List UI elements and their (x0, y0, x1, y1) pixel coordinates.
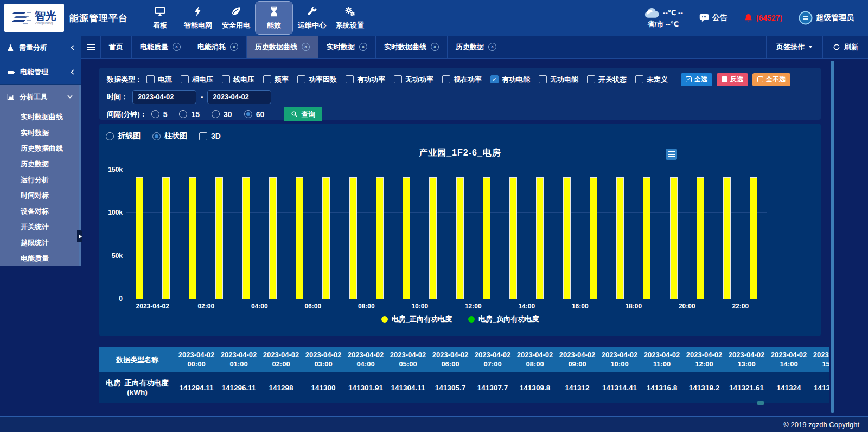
checkbox-视在功率[interactable]: 视在功率 (442, 75, 482, 85)
sidebar-item-运行分析[interactable]: 运行分析 (0, 172, 79, 188)
vertical-scrollbar[interactable] (831, 61, 834, 413)
bar-slot (634, 170, 660, 299)
close-tab-icon[interactable]: × (488, 43, 496, 51)
nav-item-系统设置[interactable]: 系统设置 (331, 0, 369, 36)
table-header-cell: 2023-04-0213:00 (725, 347, 768, 372)
tab-电能消耗[interactable]: 电能消耗× (189, 36, 247, 58)
close-tab-icon[interactable]: × (173, 43, 181, 51)
checkbox-电流[interactable]: 电流 (146, 75, 172, 85)
sidebar-item-设备对标[interactable]: 设备对标 (0, 203, 79, 219)
checkbox-label: 无功功率 (405, 75, 433, 85)
nav-item-运维中心[interactable]: 运维中心 (293, 0, 331, 36)
tab-历史数据曲线[interactable]: 历史数据曲线× (247, 36, 318, 58)
app-header: 智光 Zhiguang 能源管理平台 看板智能电网安全用电能效运维中心系统设置 … (0, 0, 868, 36)
sidebar-item-电能质量[interactable]: 电能质量 (0, 250, 79, 266)
tab-首页[interactable]: 首页 (101, 36, 132, 58)
column-date: 2023-04-02 (475, 350, 511, 359)
y-axis-tick-label: 50k (99, 252, 123, 260)
x-axis-tick-label: 08:00 (340, 302, 393, 310)
bar-10:00 (403, 177, 410, 299)
interval-radio-60[interactable]: 60 (244, 110, 265, 119)
bar-04:00 (242, 177, 250, 299)
tab-实时数据[interactable]: 实时数据× (318, 36, 376, 58)
tab-实时数据曲线[interactable]: 实时数据曲线× (376, 36, 448, 58)
sidebar-item-历史数据曲线[interactable]: 历史数据曲线 (0, 140, 79, 156)
tab-operations-dropdown[interactable]: 页签操作 (766, 36, 822, 58)
sidebar-item-实时数据曲线[interactable]: 实时数据曲线 (0, 109, 79, 125)
chart-option-折线图[interactable]: 折线图 (106, 131, 141, 141)
close-tab-icon[interactable]: × (302, 43, 310, 51)
select-button-全选[interactable]: ✓全选 (681, 73, 712, 86)
interval-radio-30[interactable]: 30 (212, 110, 232, 119)
nav-item-能效[interactable]: 能效 (255, 1, 293, 35)
close-tab-icon[interactable]: × (359, 43, 367, 51)
notification-button[interactable]: (64527) (744, 13, 782, 23)
checkbox-有功电能[interactable]: ✓有功电能 (490, 75, 530, 85)
sidebar-group-电能管理[interactable]: 电能管理 (0, 60, 81, 85)
legend-item-电房_负向有功电度[interactable]: 电房_负向有功电度 (468, 314, 539, 324)
query-button[interactable]: 查询 (284, 107, 322, 121)
sidebar-item-实时数据[interactable]: 实时数据 (0, 125, 79, 140)
sidebar-item-时间对标[interactable]: 时间对标 (0, 188, 79, 203)
tab-电能质量[interactable]: 电能质量× (132, 36, 189, 58)
nav-item-安全用电[interactable]: 安全用电 (217, 0, 255, 36)
bar-19:00 (643, 177, 650, 299)
close-tab-icon[interactable]: × (230, 43, 238, 51)
sidebar-item-越限统计[interactable]: 越限统计 (0, 235, 79, 250)
sidebar-item-开关统计[interactable]: 开关统计 (0, 219, 79, 235)
tab-label: 历史数据 (456, 42, 484, 52)
nav-item-看板[interactable]: 看板 (141, 0, 179, 36)
interval-radio-15[interactable]: 15 (179, 110, 200, 119)
bar-06:00 (296, 177, 303, 299)
sidebar-group-需量分析[interactable]: 需量分析 (0, 36, 81, 60)
date-to-input[interactable] (207, 90, 271, 104)
checkbox-线电压[interactable]: 线电压 (222, 75, 254, 85)
chat-bubble-icon (699, 14, 709, 22)
chart-option-柱状图[interactable]: 柱状图 (152, 131, 187, 141)
bar-slot (660, 170, 687, 299)
column-date: 2023-04-02 (305, 350, 342, 359)
checkbox-开关状态[interactable]: 开关状态 (587, 75, 627, 85)
checkbox-有功功率[interactable]: 有功功率 (346, 75, 385, 85)
checkbox-相电压[interactable]: 相电压 (181, 75, 213, 85)
row-name: 电房_正向有功电度 (106, 378, 169, 388)
bell-icon (744, 13, 753, 23)
checkbox-无功功率[interactable]: 无功功率 (394, 75, 433, 85)
copyright-text: © 2019 zgzdh Copyright (783, 421, 859, 429)
checkbox-label: 有功电能 (502, 75, 530, 85)
interval-radio-5[interactable]: 5 (151, 110, 168, 119)
refresh-button[interactable]: 刷新 (822, 36, 868, 58)
checkbox-未定义[interactable]: 未定义 (635, 75, 668, 85)
column-time: 07:00 (483, 359, 501, 369)
sidebar-collapse-handle[interactable] (77, 230, 82, 242)
date-from-input[interactable] (132, 90, 196, 104)
announcement-button[interactable]: 公告 (699, 13, 727, 23)
nav-item-智能电网[interactable]: 智能电网 (179, 0, 217, 36)
column-time: 02:00 (272, 359, 290, 369)
checkbox-功率因数[interactable]: 功率因数 (297, 75, 337, 85)
chart-toolbox-icon[interactable] (666, 149, 677, 160)
checkbox-无功电能[interactable]: 无功电能 (539, 75, 578, 85)
tab-历史数据[interactable]: 历史数据× (448, 36, 505, 58)
monitor-icon (154, 5, 166, 17)
y-axis-tick-label: 100k (99, 209, 123, 216)
select-button-label: 全选 (694, 75, 707, 84)
close-tab-icon[interactable]: × (431, 43, 439, 51)
bar-slot (687, 170, 713, 299)
bar-slot (313, 170, 340, 299)
sidebar-group-label: 需量分析 (19, 43, 47, 53)
weather-temp: --℃ -- (663, 9, 683, 17)
sidebar-group-分析工具[interactable]: 分析工具 (0, 85, 79, 109)
sidebar-item-历史数据[interactable]: 历史数据 (0, 156, 79, 172)
user-menu[interactable]: 超级管理员 (799, 11, 854, 25)
logo-waves-icon (12, 9, 33, 27)
select-button-全不选[interactable]: 全不选 (752, 73, 790, 86)
horizontal-scrollbar[interactable] (757, 401, 764, 405)
chart-option-3D[interactable]: 3D (199, 132, 221, 140)
username: 超级管理员 (816, 13, 854, 23)
checkbox-频率[interactable]: 频率 (263, 75, 289, 85)
bar-slot (180, 170, 206, 299)
legend-item-电房_正向有功电度[interactable]: 电房_正向有功电度 (381, 314, 452, 324)
select-button-反选[interactable]: 反选 (717, 73, 748, 86)
menu-toggle-icon[interactable] (81, 36, 101, 58)
